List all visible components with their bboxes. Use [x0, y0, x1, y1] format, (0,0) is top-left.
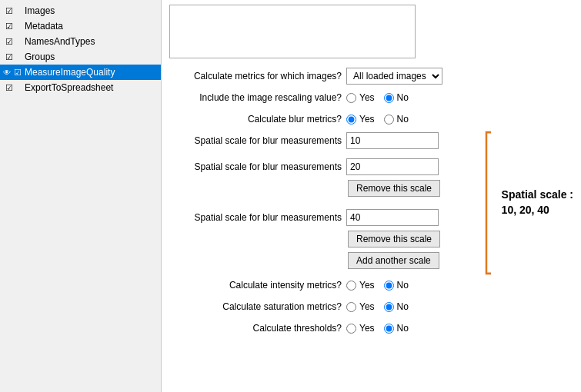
remove-scale3-button[interactable]: Remove this scale	[348, 231, 440, 247]
scale3-input[interactable]	[346, 209, 439, 226]
orange-bracket	[485, 131, 497, 275]
calculate-intensity-yes-label: Yes	[359, 280, 375, 291]
calculate-intensity-control: Yes No	[346, 280, 415, 291]
scale3-label: Spatial scale for blur measurements	[169, 212, 346, 223]
calculate-blur-yes-label: Yes	[359, 114, 375, 125]
include-rescaling-yes-label: Yes	[359, 92, 375, 103]
scale3-remove-row: Remove this scale	[169, 229, 483, 249]
scale1-label: Spatial scale for blur measurements	[169, 135, 346, 146]
sidebar-label-groups: Groups	[25, 51, 55, 62]
remove-scale2-button[interactable]: Remove this scale	[348, 180, 440, 197]
scale2-label: Spatial scale for blur measurements	[169, 161, 346, 172]
sidebar-label-images: Images	[25, 5, 55, 16]
add-scale-button[interactable]: Add another scale	[348, 252, 439, 269]
calculate-metrics-row: Calculate metrics for which images? All …	[169, 66, 573, 86]
eye-icon-measureimagequality: 👁	[3, 68, 11, 77]
calculate-blur-label: Calculate blur metrics?	[169, 114, 346, 125]
include-rescaling-no-label: No	[397, 92, 409, 103]
calculate-thresholds-yes-radio[interactable]	[346, 324, 356, 334]
calculate-saturation-no-label: No	[397, 301, 409, 312]
sidebar-item-images[interactable]: ☑ Images	[0, 3, 161, 18]
scale1-row: Spatial scale for blur measurements	[169, 131, 483, 151]
calculate-blur-control: Yes No	[346, 114, 415, 125]
calculate-thresholds-control: Yes No	[346, 323, 415, 334]
include-rescaling-label: Include the image rescaling value?	[169, 92, 346, 103]
sidebar-item-metadata[interactable]: ☑ Metadata	[0, 18, 161, 34]
scale2-control	[346, 158, 439, 175]
include-rescaling-row: Include the image rescaling value? Yes N…	[169, 88, 573, 108]
calculate-intensity-row: Calculate intensity metrics? Yes No	[169, 275, 573, 295]
calculate-saturation-label: Calculate saturation metrics?	[169, 301, 346, 312]
calculate-intensity-no-label: No	[397, 280, 409, 291]
scale2-row: Spatial scale for blur measurements	[169, 157, 483, 177]
sidebar-label-measureimagequality: MeasureImageQuality	[25, 67, 115, 78]
calculate-thresholds-label: Calculate thresholds?	[169, 323, 346, 334]
preview-area	[169, 5, 416, 58]
include-rescaling-no-radio[interactable]	[384, 93, 394, 103]
sidebar-label-exporttospreadsheet: ExportToSpreadsheet	[25, 82, 113, 93]
check-icon-groups: ☑	[3, 51, 15, 63]
scale-rows-content: Spatial scale for blur measurements Spat…	[169, 131, 483, 275]
scale1-input[interactable]	[346, 132, 439, 149]
calculate-metrics-dropdown[interactable]: All loaded images	[346, 68, 442, 85]
calculate-saturation-row: Calculate saturation metrics? Yes No	[169, 297, 573, 317]
scale2-button-row: Remove this scale	[169, 178, 483, 198]
check-icon-exporttospreadsheet: ☑	[3, 81, 15, 94]
scale-rows-wrapper: Spatial scale for blur measurements Spat…	[169, 131, 573, 275]
calculate-metrics-label: Calculate metrics for which images?	[169, 71, 346, 81]
sidebar-label-namesandtypes: NamesAndTypes	[25, 36, 95, 47]
check-icon-measureimagequality: ☑	[12, 66, 24, 78]
sidebar-item-groups[interactable]: ☑ Groups	[0, 49, 161, 65]
sidebar-item-measureimagequality[interactable]: 👁 ☑ MeasureImageQuality	[0, 65, 161, 80]
calculate-intensity-no-radio[interactable]	[384, 281, 394, 291]
scale2-input[interactable]	[346, 158, 439, 175]
scale3-row: Spatial scale for blur measurements	[169, 208, 483, 228]
sidebar-item-namesandtypes[interactable]: ☑ NamesAndTypes	[0, 34, 161, 49]
calculate-saturation-no-radio[interactable]	[384, 302, 394, 312]
sidebar: ☑ Images ☑ Metadata ☑ NamesAndTypes ☑ Gr…	[0, 0, 162, 392]
annotation-container: Spatial scale :10, 20, 40	[497, 131, 573, 275]
calculate-saturation-yes-radio[interactable]	[346, 302, 356, 312]
scale3-control	[346, 209, 439, 226]
calculate-thresholds-no-radio[interactable]	[384, 324, 394, 334]
check-icon-namesandtypes: ☑	[3, 35, 15, 48]
sidebar-label-metadata: Metadata	[25, 21, 63, 32]
annotation-text: Spatial scale :10, 20, 40	[502, 188, 573, 218]
calculate-thresholds-yes-label: Yes	[359, 323, 375, 334]
scale2-block: Spatial scale for blur measurements Remo…	[169, 157, 483, 200]
form-area: Calculate metrics for which images? All …	[162, 63, 581, 347]
scale1-control	[346, 132, 439, 149]
calculate-blur-no-label: No	[397, 114, 409, 125]
calculate-metrics-control: All loaded images	[346, 68, 442, 85]
include-rescaling-control: Yes No	[346, 92, 415, 103]
main-content: Calculate metrics for which images? All …	[162, 0, 581, 392]
sidebar-item-exporttospreadsheet[interactable]: ☑ ExportToSpreadsheet	[0, 80, 161, 95]
calculate-saturation-yes-label: Yes	[359, 301, 375, 312]
calculate-thresholds-no-label: No	[397, 323, 409, 334]
calculate-blur-row: Calculate blur metrics? Yes No	[169, 109, 573, 129]
check-icon-images: ☑	[3, 5, 15, 17]
include-rescaling-yes-radio[interactable]	[346, 93, 356, 103]
scale3-block: Spatial scale for blur measurements Remo…	[169, 208, 483, 272]
calculate-blur-no-radio[interactable]	[384, 115, 394, 125]
calculate-saturation-control: Yes No	[346, 301, 415, 312]
check-icon-metadata: ☑	[3, 20, 15, 32]
calculate-thresholds-row: Calculate thresholds? Yes No	[169, 318, 573, 338]
calculate-intensity-yes-radio[interactable]	[346, 281, 356, 291]
calculate-blur-yes-radio[interactable]	[346, 115, 356, 125]
calculate-intensity-label: Calculate intensity metrics?	[169, 280, 346, 291]
scale3-add-row: Add another scale	[169, 251, 483, 271]
